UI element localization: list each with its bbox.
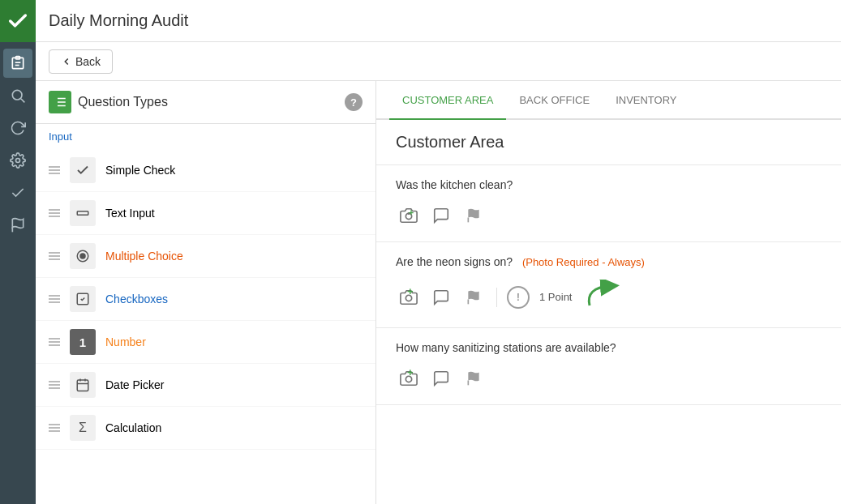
left-panel-title: Question Types [78, 95, 168, 109]
qt-label-multiple-choice: Multiple Choice [105, 250, 183, 263]
drag-handle [49, 338, 60, 346]
drag-handle [49, 209, 60, 217]
flag-icon-1[interactable] [461, 203, 487, 229]
question-text-3: How many sanitizing stations are availab… [396, 341, 822, 354]
input-label: Input [36, 124, 375, 149]
logo [0, 0, 36, 42]
arrow-annotation [581, 280, 622, 314]
question-block-2: Are the neon signs on? (Photo Required -… [376, 242, 841, 328]
tab-back-office[interactable]: BACK OFFICE [506, 81, 603, 120]
comment-icon-2[interactable] [428, 284, 454, 310]
question-actions-1: + [396, 203, 822, 229]
qt-icon-date-picker [70, 372, 96, 398]
question-highlight-2: (Photo Required - Always) [522, 256, 645, 268]
qt-label-simple-check: Simple Check [105, 164, 175, 177]
tab-customer-area[interactable]: CUSTOMER AREA [389, 81, 506, 120]
qt-label-text-input: Text Input [105, 207, 155, 220]
drag-handle [49, 424, 60, 432]
comment-icon-3[interactable] [428, 365, 454, 391]
points-label-2: 1 Point [539, 291, 572, 303]
svg-point-15 [80, 254, 85, 258]
question-block-1: Was the kitchen clean? + [376, 165, 841, 242]
question-text-2: Are the neon signs on? (Photo Required -… [396, 255, 822, 268]
comment-icon-1[interactable] [428, 203, 454, 229]
section-title: Customer Area [376, 120, 841, 165]
svg-line-4 [21, 99, 25, 103]
question-block-3: How many sanitizing stations are availab… [376, 328, 841, 405]
main-container: Back Question Types [0, 42, 841, 504]
question-actions-2: + [396, 280, 822, 314]
svg-point-5 [16, 159, 20, 163]
tab-inventory[interactable]: INVENTORY [603, 81, 689, 120]
sidebar-item-flag[interactable] [3, 211, 32, 240]
qt-icon-multiple-choice [70, 243, 96, 269]
qt-multiple-choice[interactable]: Multiple Choice [36, 235, 375, 278]
qt-number[interactable]: 1 Number [36, 321, 375, 364]
flag-icon-3[interactable] [461, 365, 487, 391]
qt-label-checkboxes: Checkboxes [105, 293, 168, 305]
sidebar-item-clipboard[interactable] [3, 49, 32, 78]
drag-handle [49, 252, 60, 260]
question-types-icon [49, 91, 71, 113]
page-title: Daily Morning Audit [49, 11, 188, 30]
qt-label-number: Number [105, 335, 146, 348]
sidebar [0, 42, 36, 504]
right-content: Customer Area Was the kitchen clean? [376, 120, 841, 504]
sidebar-item-refresh[interactable] [3, 113, 32, 143]
qt-icon-number: 1 [70, 329, 96, 355]
full-layout: Question Types ? Input Simple Check [36, 81, 841, 504]
help-icon[interactable]: ? [345, 93, 363, 111]
qt-date-picker[interactable]: Date Picker [36, 364, 375, 407]
right-panel: CUSTOMER AREA BACK OFFICE INVENTORY Cust… [376, 81, 841, 504]
sidebar-item-settings[interactable] [3, 146, 32, 175]
sub-toolbar: Back [36, 42, 841, 81]
tabs-bar: CUSTOMER AREA BACK OFFICE INVENTORY [376, 81, 841, 120]
qt-icon-simple-check [70, 157, 96, 183]
camera-icon-3[interactable]: + [396, 365, 422, 391]
svg-point-3 [12, 90, 22, 100]
drag-handle [49, 166, 60, 174]
back-button[interactable]: Back [49, 49, 113, 74]
camera-icon-1[interactable]: + [396, 203, 422, 229]
left-panel: Question Types ? Input Simple Check [36, 81, 376, 504]
question-actions-3: + [396, 365, 822, 391]
qt-icon-checkboxes [70, 286, 96, 312]
question-text-1: Was the kitchen clean? [396, 178, 822, 191]
action-separator-2 [496, 288, 497, 307]
left-panel-header: Question Types ? [36, 81, 375, 124]
qt-icon-text-input [70, 200, 96, 226]
info-icon-2[interactable]: ! [507, 286, 530, 309]
qt-calculation[interactable]: Σ Calculation [36, 407, 375, 450]
drag-handle [49, 295, 60, 303]
qt-checkboxes[interactable]: Checkboxes [36, 278, 375, 321]
header: Daily Morning Audit [0, 0, 841, 42]
camera-icon-2[interactable]: + [396, 284, 422, 310]
content-wrapper: Back Question Types [36, 42, 841, 504]
sidebar-item-check[interactable] [3, 178, 32, 207]
qt-label-date-picker: Date Picker [105, 378, 164, 391]
qt-icon-calculation: Σ [70, 415, 96, 441]
qt-simple-check[interactable]: Simple Check [36, 149, 375, 192]
qt-label-calculation: Calculation [105, 421, 161, 434]
drag-handle [49, 381, 60, 389]
svg-rect-13 [77, 211, 88, 216]
flag-icon-2[interactable] [461, 284, 487, 310]
svg-rect-17 [77, 380, 88, 391]
qt-text-input[interactable]: Text Input [36, 192, 375, 235]
sidebar-item-search[interactable] [3, 81, 32, 110]
